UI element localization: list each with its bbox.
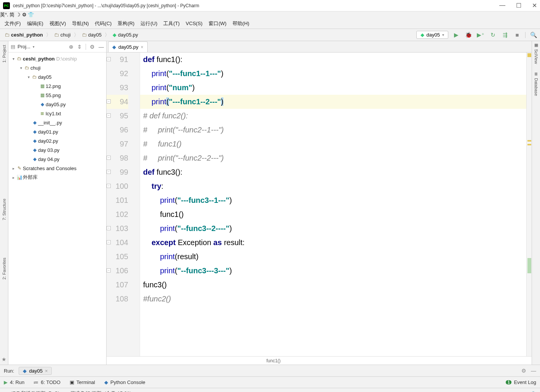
editor-tab-label: day05.py <box>118 44 139 50</box>
menu-navigate[interactable]: 导航(N) <box>70 19 91 28</box>
collapse-icon[interactable]: ⇕ <box>77 44 82 50</box>
menu-tools[interactable]: 工具(T) <box>161 19 182 28</box>
tree-item[interactable]: ▾🗀day05 <box>8 72 106 81</box>
tree-item[interactable]: ▸✎Scratches and Consoles <box>8 164 106 173</box>
menu-view[interactable]: 视图(V) <box>47 19 68 28</box>
stop-button[interactable]: ■ <box>513 31 521 39</box>
ime-mode: 简 <box>10 12 14 18</box>
menu-help[interactable]: 帮助(H) <box>230 19 252 28</box>
memory-indicator-icon[interactable]: 🔒 <box>530 391 536 392</box>
project-panel-title: Proj... <box>18 44 30 49</box>
moon-icon: ☽ <box>16 12 21 18</box>
tree-item[interactable]: ▾🗀chuji <box>8 63 106 72</box>
menu-refactor[interactable]: 重构(R) <box>115 19 137 28</box>
tree-item[interactable]: ◆__init__.py <box>8 118 106 127</box>
window-title: ceshi_python [D:\ceship7\ceshi_python] -… <box>13 3 499 8</box>
status-bar: ▢ IDE 和插件更新: PyCharm 已准备好 更新. (今天 15:21)… <box>0 388 540 392</box>
maximize-button[interactable]: ☐ <box>516 2 521 9</box>
tree-item[interactable]: ▦12.png <box>8 81 106 91</box>
project-panel: ▤ Proj... ▾ ⊕ ⇕ ⚙ — ▾🗀ceshi_pythonD:\ces… <box>8 41 107 365</box>
close-run-tab-icon[interactable]: × <box>45 368 48 374</box>
chevron-down-icon: ▾ <box>442 33 444 37</box>
tree-item[interactable]: ◆day01.py <box>8 127 106 136</box>
project-tree[interactable]: ▾🗀ceshi_pythonD:\ceship▾🗀chuji▾🗀day05▦12… <box>8 53 106 365</box>
coverage-button[interactable]: ▶⁺ <box>476 31 485 39</box>
close-button[interactable]: ✕ <box>532 2 537 9</box>
editor-tabbar: ◆ day05.py × <box>107 41 532 53</box>
tree-item[interactable]: ▸📊外部库 <box>8 173 106 182</box>
menu-edit[interactable]: 编辑(E) <box>25 19 46 28</box>
run-tab[interactable]: ◆ day05 × <box>19 367 52 375</box>
run-settings-icon[interactable]: ⚙ <box>521 368 526 374</box>
gear-icon[interactable]: ⚙ <box>22 12 27 18</box>
editor-crumb-label: func1() <box>266 358 280 363</box>
locate-icon[interactable]: ⊕ <box>69 44 73 50</box>
editor-breadcrumb[interactable]: func1() <box>107 356 532 365</box>
status-icon[interactable]: ▢ <box>4 391 8 392</box>
menu-window[interactable]: 窗口(W) <box>206 19 229 28</box>
ime-lang: 英 <box>0 12 5 18</box>
breadcrumb-item[interactable]: 🗀ceshi_python <box>2 31 45 38</box>
right-tool-strip: ▦ SciView ≣ Database <box>532 41 540 365</box>
bottom-eventlog[interactable]: Event Log <box>514 379 536 385</box>
shirt-icon[interactable]: 👕 <box>28 12 34 18</box>
tree-item[interactable]: ≣lcy1.txt <box>8 109 106 118</box>
tab-database[interactable]: Database <box>534 76 538 97</box>
menu-code[interactable]: 代码(C) <box>92 19 114 28</box>
hide-icon[interactable]: — <box>99 44 104 50</box>
editor-tab[interactable]: ◆ day05.py × <box>108 41 148 52</box>
close-tab-icon[interactable]: × <box>141 45 143 50</box>
profile-button[interactable]: ↻ <box>489 31 497 39</box>
attach-button[interactable]: ⇶ <box>501 31 509 39</box>
breadcrumb-item[interactable]: ◆day05.py <box>110 31 140 38</box>
tab-structure[interactable]: 7: Structure <box>2 197 6 222</box>
settings-icon[interactable]: ⚙ <box>90 44 95 50</box>
breadcrumb-item[interactable]: 🗀day05 <box>80 31 104 38</box>
gutter[interactable]: 91−929394−95−969798−99−100−101102103−104… <box>107 53 140 356</box>
indent-setting[interactable]: 4 spaces ≑ <box>498 391 523 392</box>
menu-bar: 文件(F) 编辑(E) 视图(V) 导航(N) 代码(C) 重构(R) 运行(U… <box>0 18 540 29</box>
ime-pill[interactable]: 英°. 简 ☽ ⚙ 👕 <box>0 11 540 18</box>
tree-item[interactable]: ◆day 04.py <box>8 155 106 164</box>
code-area[interactable]: def func1(): print("---func1--1---") pri… <box>140 53 526 356</box>
run-tab-label: day05 <box>29 368 42 374</box>
breadcrumb-item[interactable]: 🗀chuji <box>52 31 73 38</box>
menu-run[interactable]: 运行(U) <box>138 19 159 28</box>
tree-item[interactable]: ▦55.png <box>8 91 106 100</box>
tree-item[interactable]: ▾🗀ceshi_pythonD:\ceship <box>8 54 106 63</box>
debug-button[interactable]: 🐞 <box>464 31 473 39</box>
title-bar: PC ceshi_python [D:\ceship7\ceshi_python… <box>0 0 540 11</box>
bottom-run[interactable]: ▶4: Run <box>4 379 24 385</box>
app-icon: PC <box>3 2 10 9</box>
tab-project[interactable]: 1: Project <box>2 43 6 64</box>
tab-sciview[interactable]: SciView <box>534 48 538 65</box>
caret-position[interactable]: 9:1 <box>432 391 439 392</box>
left-tool-strip: 1: Project 7: Structure 2: Favorites ★ <box>0 41 8 365</box>
run-tool-header: Run: ◆ day05 × ⚙ — <box>0 365 540 377</box>
menu-file[interactable]: 文件(F) <box>2 19 23 28</box>
run-button[interactable]: ▶ <box>452 31 460 39</box>
bottom-tool-bar: ▶4: Run ≔6: TODO ▣Terminal ◆Python Conso… <box>0 377 540 388</box>
run-config-name: day05 <box>427 32 440 38</box>
line-ending[interactable]: CRLF ≑ <box>446 391 465 392</box>
status-message[interactable]: IDE 和插件更新: PyCharm 已准备好 更新. (今天 15:21) <box>11 390 131 392</box>
bookmark-icon[interactable]: ★ <box>2 356 6 362</box>
run-label: Run: <box>4 368 14 374</box>
nav-bar: 🗀ceshi_python〉🗀chuji〉🗀day05〉◆day05.py ◆ … <box>0 29 540 41</box>
menu-vcs[interactable]: VCS(S) <box>183 20 205 27</box>
tree-item[interactable]: ◆day05.py <box>8 100 106 109</box>
error-stripe[interactable] <box>526 53 532 356</box>
run-hide-icon[interactable]: — <box>531 368 536 374</box>
bottom-terminal[interactable]: ▣Terminal <box>70 379 95 385</box>
tab-favorites[interactable]: 2: Favorites <box>2 256 6 281</box>
code-editor[interactable]: 91−929394−95−969798−99−100−101102103−104… <box>107 53 532 356</box>
event-count-badge: 1 <box>506 380 512 384</box>
minimize-button[interactable]: — <box>499 2 505 9</box>
bottom-todo[interactable]: ≔6: TODO <box>33 379 61 385</box>
tree-item[interactable]: ◆day 03.py <box>8 145 106 155</box>
file-encoding[interactable]: UTF-8 ≑ <box>472 391 491 392</box>
search-everywhere-button[interactable]: 🔍 <box>529 31 538 39</box>
bottom-console[interactable]: ◆Python Console <box>104 379 145 385</box>
tree-item[interactable]: ◆day02.py <box>8 136 106 145</box>
run-config-selector[interactable]: ◆ day05 ▾ <box>416 31 448 39</box>
